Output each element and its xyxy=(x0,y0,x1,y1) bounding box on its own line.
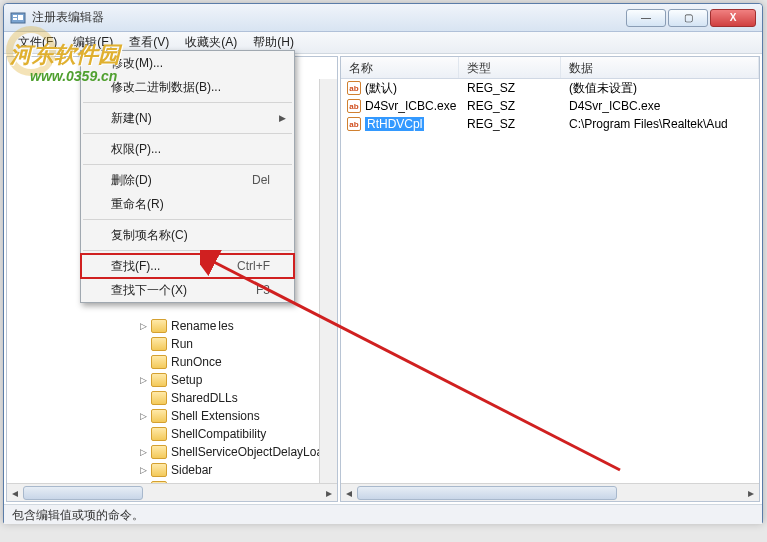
chevron-right-icon[interactable]: ▷ xyxy=(137,446,149,458)
chevron-right-icon[interactable]: ▷ xyxy=(137,320,149,332)
maximize-button[interactable]: ▢ xyxy=(668,9,708,27)
tree-item[interactable]: ▷Setup xyxy=(7,371,337,389)
tree-item[interactable]: Run xyxy=(7,335,337,353)
statusbar: 包含编辑值或项的命令。 xyxy=(4,504,762,524)
titlebar[interactable]: 注册表编辑器 — ▢ X xyxy=(4,4,762,32)
scroll-right-icon[interactable]: ▸ xyxy=(321,485,337,501)
menu-new[interactable]: 新建(N)▶ xyxy=(81,106,294,130)
minimize-button[interactable]: — xyxy=(626,9,666,27)
string-value-icon: ab xyxy=(347,99,361,113)
list-row[interactable]: ab(默认) REG_SZ (数值未设置) xyxy=(341,79,759,97)
value-data: C:\Program Files\Realtek\Aud xyxy=(561,117,759,131)
value-name: (默认) xyxy=(365,80,397,97)
svg-rect-1 xyxy=(13,15,17,17)
folder-icon xyxy=(151,445,167,459)
scroll-left-icon[interactable]: ◂ xyxy=(341,485,357,501)
scroll-right-icon[interactable]: ▸ xyxy=(743,485,759,501)
scroll-left-icon[interactable]: ◂ xyxy=(7,485,23,501)
value-name: D4Svr_ICBC.exe xyxy=(365,99,456,113)
value-type: REG_SZ xyxy=(459,99,561,113)
scroll-thumb[interactable] xyxy=(357,486,617,500)
menu-separator xyxy=(83,164,292,165)
col-type[interactable]: 类型 xyxy=(459,57,561,78)
value-data: D4Svr_ICBC.exe xyxy=(561,99,759,113)
chevron-blank xyxy=(137,392,149,404)
menu-separator xyxy=(83,102,292,103)
value-data: (数值未设置) xyxy=(561,80,759,97)
menu-modify-binary[interactable]: 修改二进制数据(B)... xyxy=(81,75,294,99)
svg-rect-3 xyxy=(18,15,23,20)
value-type: REG_SZ xyxy=(459,117,561,131)
chevron-blank xyxy=(137,338,149,350)
folder-icon xyxy=(151,373,167,387)
tree-item[interactable]: ▷ShellServiceObjectDelayLoa xyxy=(7,443,337,461)
col-name[interactable]: 名称 xyxy=(341,57,459,78)
tree-label: SharedDLLs xyxy=(171,391,238,405)
menu-permissions[interactable]: 权限(P)... xyxy=(81,137,294,161)
tree-label: Rename xyxy=(171,319,216,333)
menu-file[interactable]: 文件(F) xyxy=(10,32,65,53)
tree-label: RunOnce xyxy=(171,355,222,369)
folder-icon xyxy=(151,463,167,477)
folder-icon xyxy=(151,391,167,405)
folder-icon xyxy=(151,355,167,369)
tree-label: les xyxy=(218,319,233,333)
chevron-blank xyxy=(137,428,149,440)
tree-item[interactable]: ▷Shell Extensions xyxy=(7,407,337,425)
submenu-arrow-icon: ▶ xyxy=(279,113,286,123)
menu-rename[interactable]: 重命名(R) xyxy=(81,192,294,216)
column-headers: 名称 类型 数据 xyxy=(341,57,759,79)
edit-dropdown-menu: 修改(M)... 修改二进制数据(B)... 新建(N)▶ 权限(P)... 删… xyxy=(80,50,295,303)
string-value-icon: ab xyxy=(347,81,361,95)
list-h-scrollbar[interactable]: ◂ ▸ xyxy=(341,483,759,501)
menu-find[interactable]: 查找(F)...Ctrl+F xyxy=(81,254,294,278)
tree-label: ShellCompatibility xyxy=(171,427,266,441)
folder-icon xyxy=(151,409,167,423)
list-row[interactable]: abD4Svr_ICBC.exe REG_SZ D4Svr_ICBC.exe xyxy=(341,97,759,115)
chevron-right-icon[interactable]: ▷ xyxy=(137,374,149,386)
tree-item[interactable]: SharedDLLs xyxy=(7,389,337,407)
list-body: ab(默认) REG_SZ (数值未设置) abD4Svr_ICBC.exe R… xyxy=(341,79,759,133)
tree-item[interactable]: RunOnce xyxy=(7,353,337,371)
app-icon xyxy=(10,10,26,26)
menu-separator xyxy=(83,133,292,134)
svg-rect-2 xyxy=(13,18,17,20)
tree-item[interactable]: ▷Sidebar xyxy=(7,461,337,479)
tree-item[interactable]: ▷Renameles xyxy=(7,317,337,335)
tree-label: ShellServiceObjectDelayLoa xyxy=(171,445,323,459)
window-title: 注册表编辑器 xyxy=(32,9,626,26)
list-row[interactable]: abRtHDVCpl REG_SZ C:\Program Files\Realt… xyxy=(341,115,759,133)
scroll-thumb[interactable] xyxy=(23,486,143,500)
tree-item[interactable]: ShellCompatibility xyxy=(7,425,337,443)
tree-label: Shell Extensions xyxy=(171,409,260,423)
col-data[interactable]: 数据 xyxy=(561,57,759,78)
menu-modify[interactable]: 修改(M)... xyxy=(81,51,294,75)
tree-label: Sidebar xyxy=(171,463,212,477)
menu-separator xyxy=(83,250,292,251)
value-type: REG_SZ xyxy=(459,81,561,95)
value-name: RtHDVCpl xyxy=(365,117,424,131)
menu-delete[interactable]: 删除(D)Del xyxy=(81,168,294,192)
folder-icon xyxy=(151,319,167,333)
menu-copy-key-name[interactable]: 复制项名称(C) xyxy=(81,223,294,247)
menu-find-next[interactable]: 查找下一个(X)F3 xyxy=(81,278,294,302)
string-value-icon: ab xyxy=(347,117,361,131)
list-pane: 名称 类型 数据 ab(默认) REG_SZ (数值未设置) abD4Svr_I… xyxy=(340,56,760,502)
tree-v-scrollbar[interactable] xyxy=(319,79,337,483)
tree-h-scrollbar[interactable]: ◂ ▸ xyxy=(7,483,337,501)
tree-label: Run xyxy=(171,337,193,351)
chevron-right-icon[interactable]: ▷ xyxy=(137,464,149,476)
folder-icon xyxy=(151,427,167,441)
chevron-right-icon[interactable]: ▷ xyxy=(137,410,149,422)
chevron-blank xyxy=(137,356,149,368)
folder-icon xyxy=(151,337,167,351)
close-button[interactable]: X xyxy=(710,9,756,27)
menu-separator xyxy=(83,219,292,220)
tree-label: Setup xyxy=(171,373,202,387)
window-buttons: — ▢ X xyxy=(626,9,756,27)
